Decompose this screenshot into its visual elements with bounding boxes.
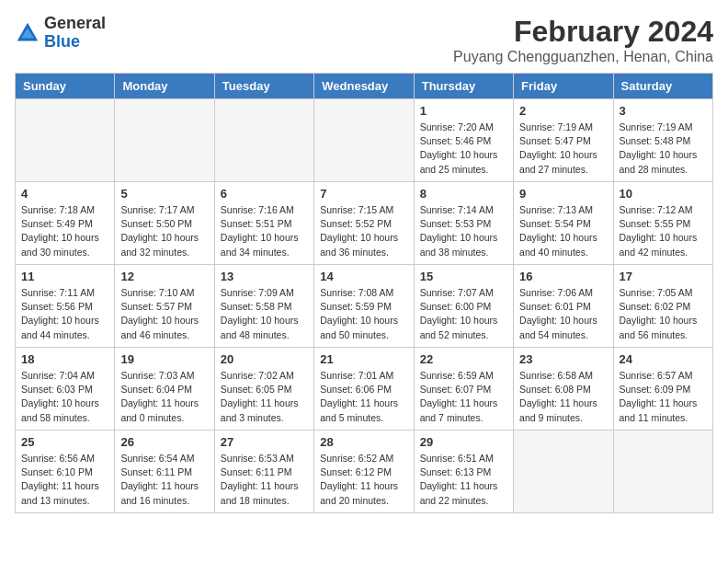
- calendar-cell: 18Sunrise: 7:04 AM Sunset: 6:03 PM Dayli…: [16, 348, 115, 431]
- day-info: Sunrise: 7:20 AM Sunset: 5:46 PM Dayligh…: [420, 121, 507, 177]
- day-info: Sunrise: 7:04 AM Sunset: 6:03 PM Dayligh…: [21, 369, 108, 425]
- day-number: 8: [420, 187, 507, 201]
- day-number: 19: [120, 352, 208, 366]
- calendar-cell: 20Sunrise: 7:02 AM Sunset: 6:05 PM Dayli…: [214, 348, 313, 431]
- day-number: 12: [120, 270, 208, 283]
- calendar-cell: 1Sunrise: 7:20 AM Sunset: 5:46 PM Daylig…: [414, 99, 513, 182]
- day-number: 24: [620, 352, 707, 366]
- day-info: Sunrise: 7:10 AM Sunset: 5:57 PM Dayligh…: [120, 286, 208, 342]
- day-info: Sunrise: 6:53 AM Sunset: 6:11 PM Dayligh…: [221, 452, 308, 508]
- day-info: Sunrise: 7:06 AM Sunset: 6:01 PM Dayligh…: [519, 286, 607, 342]
- day-number: 16: [519, 270, 607, 283]
- logo-general: General: [44, 14, 106, 32]
- calendar-cell: 3Sunrise: 7:19 AM Sunset: 5:48 PM Daylig…: [613, 99, 712, 182]
- day-info: Sunrise: 7:13 AM Sunset: 5:54 PM Dayligh…: [519, 203, 607, 259]
- calendar-cell: 14Sunrise: 7:08 AM Sunset: 5:59 PM Dayli…: [314, 265, 414, 348]
- day-number: 1: [420, 104, 507, 118]
- day-number: 25: [21, 435, 108, 449]
- day-info: Sunrise: 7:15 AM Sunset: 5:52 PM Dayligh…: [320, 203, 407, 259]
- calendar-cell: [115, 99, 214, 182]
- day-info: Sunrise: 7:12 AM Sunset: 5:55 PM Dayligh…: [620, 203, 707, 259]
- day-number: 20: [221, 352, 308, 366]
- calendar-cell: [314, 99, 414, 182]
- day-info: Sunrise: 7:09 AM Sunset: 5:58 PM Dayligh…: [221, 286, 308, 342]
- calendar-week-row: 25Sunrise: 6:56 AM Sunset: 6:10 PM Dayli…: [16, 431, 713, 513]
- calendar-cell: 29Sunrise: 6:51 AM Sunset: 6:13 PM Dayli…: [414, 431, 513, 513]
- calendar-cell: 24Sunrise: 6:57 AM Sunset: 6:09 PM Dayli…: [613, 348, 712, 431]
- day-number: 6: [221, 187, 308, 201]
- calendar-cell: 21Sunrise: 7:01 AM Sunset: 6:06 PM Dayli…: [314, 348, 414, 431]
- calendar-cell: 2Sunrise: 7:19 AM Sunset: 5:47 PM Daylig…: [514, 99, 613, 182]
- calendar-cell: 27Sunrise: 6:53 AM Sunset: 6:11 PM Dayli…: [214, 431, 313, 513]
- day-number: 26: [120, 435, 208, 449]
- calendar-cell: 23Sunrise: 6:58 AM Sunset: 6:08 PM Dayli…: [514, 348, 613, 431]
- calendar-header-row: SundayMondayTuesdayWednesdayThursdayFrid…: [16, 74, 713, 99]
- calendar-cell: 11Sunrise: 7:11 AM Sunset: 5:56 PM Dayli…: [16, 265, 115, 348]
- day-number: 14: [320, 270, 407, 283]
- day-number: 3: [620, 104, 707, 118]
- calendar-cell: 9Sunrise: 7:13 AM Sunset: 5:54 PM Daylig…: [514, 182, 613, 265]
- day-number: 7: [320, 187, 407, 201]
- column-header-tuesday: Tuesday: [214, 74, 313, 99]
- calendar-cell: 12Sunrise: 7:10 AM Sunset: 5:57 PM Dayli…: [115, 265, 214, 348]
- calendar-cell: 4Sunrise: 7:18 AM Sunset: 5:49 PM Daylig…: [16, 182, 115, 265]
- calendar-cell: [214, 99, 313, 182]
- logo-icon: [15, 20, 40, 46]
- calendar-cell: 19Sunrise: 7:03 AM Sunset: 6:04 PM Dayli…: [115, 348, 214, 431]
- day-info: Sunrise: 6:57 AM Sunset: 6:09 PM Dayligh…: [620, 369, 707, 425]
- day-info: Sunrise: 7:02 AM Sunset: 6:05 PM Dayligh…: [221, 369, 308, 425]
- day-info: Sunrise: 7:19 AM Sunset: 5:47 PM Dayligh…: [519, 121, 607, 177]
- day-number: 28: [320, 435, 407, 449]
- calendar-subtitle: Puyang Chengguanzhen, Henan, China: [453, 49, 713, 65]
- column-header-saturday: Saturday: [613, 74, 712, 99]
- day-info: Sunrise: 7:11 AM Sunset: 5:56 PM Dayligh…: [21, 286, 108, 342]
- calendar-week-row: 18Sunrise: 7:04 AM Sunset: 6:03 PM Dayli…: [16, 348, 713, 431]
- day-info: Sunrise: 6:52 AM Sunset: 6:12 PM Dayligh…: [320, 452, 407, 508]
- day-number: 18: [21, 352, 108, 366]
- day-number: 4: [21, 187, 108, 201]
- day-info: Sunrise: 6:59 AM Sunset: 6:07 PM Dayligh…: [420, 369, 507, 425]
- logo-blue: Blue: [44, 32, 80, 51]
- day-number: 11: [21, 270, 108, 283]
- day-info: Sunrise: 7:01 AM Sunset: 6:06 PM Dayligh…: [320, 369, 407, 425]
- calendar-cell: [16, 99, 115, 182]
- day-info: Sunrise: 7:08 AM Sunset: 5:59 PM Dayligh…: [320, 286, 407, 342]
- day-info: Sunrise: 6:51 AM Sunset: 6:13 PM Dayligh…: [420, 452, 507, 508]
- day-number: 22: [420, 352, 507, 366]
- calendar-cell: 17Sunrise: 7:05 AM Sunset: 6:02 PM Dayli…: [613, 265, 712, 348]
- calendar-cell: 5Sunrise: 7:17 AM Sunset: 5:50 PM Daylig…: [115, 182, 214, 265]
- calendar-cell: 8Sunrise: 7:14 AM Sunset: 5:53 PM Daylig…: [414, 182, 513, 265]
- calendar-table: SundayMondayTuesdayWednesdayThursdayFrid…: [15, 73, 713, 513]
- column-header-monday: Monday: [115, 74, 214, 99]
- day-info: Sunrise: 6:58 AM Sunset: 6:08 PM Dayligh…: [519, 369, 607, 425]
- day-number: 29: [420, 435, 507, 449]
- calendar-cell: 28Sunrise: 6:52 AM Sunset: 6:12 PM Dayli…: [314, 431, 414, 513]
- day-number: 2: [519, 104, 607, 118]
- logo-text: General Blue: [44, 15, 106, 52]
- title-block: February 2024 Puyang Chengguanzhen, Hena…: [453, 15, 713, 65]
- page-header: General Blue February 2024 Puyang Chengg…: [15, 15, 713, 65]
- calendar-week-row: 1Sunrise: 7:20 AM Sunset: 5:46 PM Daylig…: [16, 99, 713, 182]
- day-number: 10: [620, 187, 707, 201]
- column-header-thursday: Thursday: [414, 74, 513, 99]
- column-header-wednesday: Wednesday: [314, 74, 414, 99]
- calendar-cell: 13Sunrise: 7:09 AM Sunset: 5:58 PM Dayli…: [214, 265, 313, 348]
- day-info: Sunrise: 7:07 AM Sunset: 6:00 PM Dayligh…: [420, 286, 507, 342]
- day-info: Sunrise: 7:16 AM Sunset: 5:51 PM Dayligh…: [221, 203, 308, 259]
- day-info: Sunrise: 7:18 AM Sunset: 5:49 PM Dayligh…: [21, 203, 108, 259]
- calendar-cell: 25Sunrise: 6:56 AM Sunset: 6:10 PM Dayli…: [16, 431, 115, 513]
- calendar-cell: [613, 431, 712, 513]
- calendar-cell: 22Sunrise: 6:59 AM Sunset: 6:07 PM Dayli…: [414, 348, 513, 431]
- day-info: Sunrise: 7:03 AM Sunset: 6:04 PM Dayligh…: [120, 369, 208, 425]
- day-info: Sunrise: 7:05 AM Sunset: 6:02 PM Dayligh…: [620, 286, 707, 342]
- calendar-cell: [514, 431, 613, 513]
- calendar-week-row: 11Sunrise: 7:11 AM Sunset: 5:56 PM Dayli…: [16, 265, 713, 348]
- day-info: Sunrise: 6:54 AM Sunset: 6:11 PM Dayligh…: [120, 452, 208, 508]
- day-number: 9: [519, 187, 607, 201]
- day-number: 13: [221, 270, 308, 283]
- calendar-week-row: 4Sunrise: 7:18 AM Sunset: 5:49 PM Daylig…: [16, 182, 713, 265]
- column-header-friday: Friday: [514, 74, 613, 99]
- logo: General Blue: [15, 15, 106, 52]
- calendar-cell: 7Sunrise: 7:15 AM Sunset: 5:52 PM Daylig…: [314, 182, 414, 265]
- day-number: 23: [519, 352, 607, 366]
